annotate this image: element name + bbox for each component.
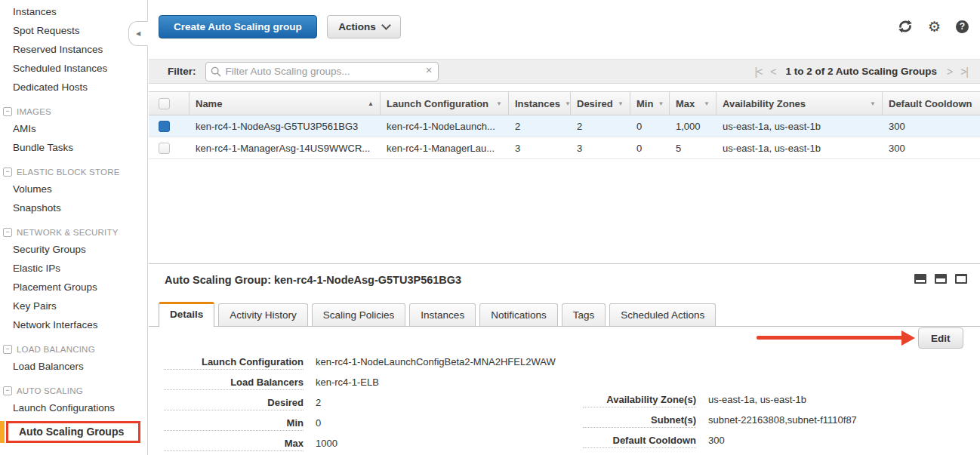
- collapse-section-icon[interactable]: −: [3, 107, 12, 116]
- collapse-section-icon[interactable]: −: [3, 386, 12, 395]
- clear-filter-icon[interactable]: ×: [426, 63, 433, 76]
- sidebar-nav-list: InstancesSpot RequestsReserved Instances…: [0, 2, 147, 443]
- refresh-icon[interactable]: [898, 19, 913, 34]
- column-header-name[interactable]: Name▲: [190, 92, 381, 115]
- collapse-section-icon[interactable]: −: [3, 345, 12, 354]
- panel-layout-controls: [914, 274, 967, 284]
- cell-default-cooldown: 300: [883, 137, 980, 158]
- cell-availability-zones: us-east-1a, us-east-1b: [717, 137, 883, 158]
- sidebar-item-elastic-ips[interactable]: Elastic IPs: [0, 259, 147, 278]
- filter-input[interactable]: [205, 62, 439, 81]
- gear-icon[interactable]: ⚙: [928, 20, 941, 34]
- sidebar-section-images: −IMAGES: [0, 97, 147, 119]
- sidebar-item-placement-groups[interactable]: Placement Groups: [0, 278, 147, 297]
- field-label[interactable]: Max: [164, 438, 304, 451]
- section-label: AUTO SCALING: [17, 386, 83, 395]
- column-header-min[interactable]: Min▼: [630, 92, 670, 115]
- field-label[interactable]: Subnet(s): [583, 414, 696, 428]
- field-value: ken-rc4-1-NodeLaunchConfigBeta2-MNA2HFEL…: [316, 356, 556, 367]
- sidebar-item-instances[interactable]: Instances: [0, 2, 147, 21]
- column-header-desired[interactable]: Desired▼: [571, 92, 630, 115]
- tab-scheduled-actions[interactable]: Scheduled Actions: [609, 303, 716, 326]
- tab-scaling-policies[interactable]: Scaling Policies: [312, 303, 406, 326]
- sidebar-item-auto-scaling-groups[interactable]: Auto Scaling Groups: [0, 421, 147, 443]
- field-label[interactable]: Availability Zone(s): [583, 394, 696, 407]
- column-header-launch-configuration[interactable]: Launch Configuration▼: [381, 92, 509, 115]
- sidebar-item-label: Launch Configurations: [13, 402, 115, 413]
- sidebar-section-load-balancing: −LOAD BALANCING: [0, 334, 147, 357]
- select-all-checkbox[interactable]: [159, 98, 170, 109]
- field-label[interactable]: Desired: [164, 397, 304, 410]
- tab-tags[interactable]: Tags: [562, 303, 606, 326]
- column-header-default-cooldown[interactable]: Default Cooldown: [883, 92, 980, 115]
- sidebar-item-label: Snapshots: [13, 202, 61, 214]
- detail-fields-right: Availability Zone(s)us-east-1a, us-east-…: [583, 394, 857, 455]
- create-auto-scaling-group-button[interactable]: Create Auto Scaling group: [159, 15, 317, 38]
- ec2-console: InstancesSpot RequestsReserved Instances…: [0, 0, 980, 455]
- sidebar-item-volumes[interactable]: Volumes: [0, 180, 147, 198]
- sidebar-item-label: Dedicated Hosts: [13, 81, 88, 93]
- collapse-section-icon[interactable]: −: [3, 168, 12, 177]
- sidebar-item-launch-configurations[interactable]: Launch Configurations: [0, 398, 147, 417]
- row-checkbox[interactable]: [159, 143, 170, 154]
- column-header-label: Desired: [577, 98, 613, 109]
- sidebar-item-snapshots[interactable]: Snapshots: [0, 198, 147, 217]
- sidebar-item-network-interfaces[interactable]: Network Interfaces: [0, 315, 147, 334]
- sidebar-item-key-pairs[interactable]: Key Pairs: [0, 297, 147, 315]
- sidebar-item-dedicated-hosts[interactable]: Dedicated Hosts: [0, 78, 147, 97]
- sidebar-item-label: Instances: [13, 6, 57, 17]
- sidebar-item-load-balancers[interactable]: Load Balancers: [0, 357, 147, 376]
- edit-button[interactable]: Edit: [918, 327, 963, 349]
- field-min: Min0: [164, 417, 556, 431]
- panel-maximize-icon[interactable]: [955, 274, 967, 284]
- sidebar-item-label: Reserved Instances: [13, 44, 103, 55]
- tab-notifications[interactable]: Notifications: [479, 303, 558, 326]
- last-page-button[interactable]: >|: [960, 66, 968, 78]
- sidebar-item-scheduled-instances[interactable]: Scheduled Instances: [0, 59, 147, 78]
- sidebar-item-security-groups[interactable]: Security Groups: [0, 240, 147, 259]
- cell-name: ken-rc4-1-ManagerAsg-14US9WWCR...: [190, 137, 381, 158]
- column-header-max[interactable]: Max▼: [670, 92, 717, 115]
- auto-scaling-groups-table: Name▲Launch Configuration▼Instances▼Desi…: [149, 91, 980, 159]
- column-header-availability-zones[interactable]: Availability Zones▼: [717, 92, 883, 115]
- tab-details[interactable]: Details: [159, 302, 214, 327]
- table-header-row: Name▲Launch Configuration▼Instances▼Desi…: [149, 91, 980, 115]
- section-label: ELASTIC BLOCK STORE: [17, 168, 120, 177]
- table-row[interactable]: ken-rc4-1-NodeAsg-G5TU3P561BG3ken-rc4-1-…: [149, 115, 980, 137]
- toolbar-icons: ⚙ ?: [898, 19, 969, 34]
- next-page-button[interactable]: >: [947, 66, 952, 78]
- cell-availability-zones: us-east-1a, us-east-1b: [717, 115, 883, 137]
- sidebar-item-bundle-tasks[interactable]: Bundle Tasks: [0, 138, 147, 157]
- field-value: 0: [316, 417, 321, 429]
- field-label[interactable]: Launch Configuration: [164, 356, 304, 370]
- pagination: |< < 1 to 2 of 2 Auto Scaling Groups > >…: [754, 66, 968, 78]
- panel-split-icon[interactable]: [935, 274, 947, 284]
- collapse-section-icon[interactable]: −: [3, 228, 12, 237]
- field-label[interactable]: Load Balancers: [164, 377, 304, 390]
- annotation-arrow-head-icon: [901, 330, 915, 346]
- sidebar-item-spot-requests[interactable]: Spot Requests: [0, 21, 147, 40]
- cell-name: ken-rc4-1-NodeAsg-G5TU3P561BG3: [190, 115, 381, 137]
- sidebar-item-reserved-instances[interactable]: Reserved Instances: [0, 40, 147, 59]
- field-max: Max1000: [164, 438, 556, 451]
- toolbar: Create Auto Scaling group Actions ⚙ ?: [159, 15, 972, 39]
- prev-page-button[interactable]: <: [770, 66, 775, 78]
- panel-minimize-icon[interactable]: [914, 274, 926, 284]
- detail-tabs: DetailsActivity HistoryScaling PoliciesI…: [149, 302, 980, 327]
- column-header-label: Name: [196, 98, 222, 109]
- tab-activity-history[interactable]: Activity History: [218, 303, 308, 326]
- actions-button[interactable]: Actions: [327, 15, 401, 38]
- sidebar-section-elastic-block-store: −ELASTIC BLOCK STORE: [0, 157, 147, 180]
- tab-instances[interactable]: Instances: [409, 303, 476, 326]
- row-checkbox[interactable]: [159, 121, 170, 132]
- table-row[interactable]: ken-rc4-1-ManagerAsg-14US9WWCR...ken-rc4…: [149, 137, 980, 159]
- field-load-balancers: Load Balancersken-rc4-1-ELB: [164, 377, 556, 390]
- sidebar-item-amis[interactable]: AMIs: [0, 119, 147, 138]
- sidebar-collapse-button[interactable]: ◀: [128, 21, 148, 46]
- help-icon[interactable]: ?: [956, 20, 969, 33]
- sidebar-item-label: Spot Requests: [13, 25, 80, 36]
- first-page-button[interactable]: |<: [754, 66, 762, 78]
- column-header-instances[interactable]: Instances▼: [509, 92, 571, 115]
- field-label[interactable]: Min: [164, 417, 304, 431]
- field-label[interactable]: Default Cooldown: [583, 435, 696, 448]
